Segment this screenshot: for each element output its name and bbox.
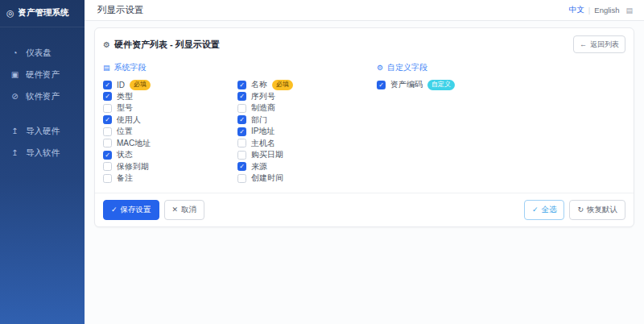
select-all-button[interactable]: ✓ 全选: [524, 200, 565, 220]
field-row-创建时间[interactable]: 创建时间: [237, 172, 377, 185]
sidebar-item-hardware-assets[interactable]: ▣硬件资产: [0, 64, 85, 85]
gear-icon: ⚙: [103, 40, 110, 49]
column-settings-card: ⚙ 硬件资产列表 - 列显示设置 ← 返回列表 ▤ 系统字段 ✓ID必: [94, 27, 634, 227]
field-row-制造商[interactable]: 制造商: [237, 102, 377, 114]
field-row-保修到期[interactable]: 保修到期: [103, 161, 237, 173]
field-label: 主机名: [251, 138, 275, 149]
checkbox[interactable]: [103, 139, 112, 147]
checkbox[interactable]: ✓: [237, 92, 246, 101]
field-row-序列号[interactable]: ✓序列号: [237, 91, 377, 103]
required-badge: 必填: [130, 80, 151, 90]
checkbox[interactable]: ✓: [237, 127, 246, 136]
field-label: 名称: [251, 79, 267, 90]
system-fields-header: ▤ 系统字段: [103, 61, 237, 74]
field-row-使用人[interactable]: ✓使用人: [103, 114, 237, 127]
field-row-主机名[interactable]: 主机名: [237, 138, 377, 150]
field-label: ID: [117, 81, 125, 89]
checkbox[interactable]: [103, 174, 112, 183]
back-to-list-button[interactable]: ← 返回列表: [573, 35, 625, 53]
field-label: 部门: [251, 114, 267, 126]
app-title: 资产管理系统: [19, 7, 69, 19]
app-logo: ◎ 资产管理系统: [0, 0, 85, 27]
page-title: 列显示设置: [97, 4, 144, 16]
field-row-MAC地址[interactable]: MAC地址: [103, 138, 237, 150]
checkbox[interactable]: [237, 139, 246, 147]
header-extra-icon[interactable]: ▤: [625, 6, 633, 15]
checkbox[interactable]: [237, 174, 246, 183]
field-row-备注[interactable]: 备注: [103, 172, 237, 185]
field-label: 制造商: [251, 102, 275, 114]
cancel-button[interactable]: ✕ 取消: [164, 200, 205, 220]
checkbox[interactable]: [103, 104, 112, 113]
field-label: 型号: [117, 102, 133, 114]
field-row-来源[interactable]: ✓来源: [237, 161, 377, 173]
field-label: 状态: [117, 149, 133, 160]
field-label: 位置: [117, 126, 133, 137]
sidebar-item-dashboard[interactable]: ◔仪表盘: [0, 42, 85, 64]
software-icon: ⊘: [10, 92, 19, 101]
back-arrow-icon: ←: [580, 40, 587, 48]
checkbox[interactable]: ✓: [103, 81, 112, 89]
custom-fields-column: ⚙ 自定义字段 ✓资产编码自定义: [377, 61, 625, 185]
field-label: IP地址: [251, 126, 275, 137]
sidebar-nav: ◔仪表盘▣硬件资产⊘软件资产↥导入硬件↥导入软件: [0, 27, 85, 164]
logo-icon: ◎: [6, 8, 14, 19]
field-row-ID[interactable]: ✓ID必填: [103, 79, 237, 91]
sidebar: ◎ 资产管理系统 ◔仪表盘▣硬件资产⊘软件资产↥导入硬件↥导入软件: [0, 0, 85, 324]
sidebar-item-software-assets[interactable]: ⊘软件资产: [0, 85, 85, 107]
checkbox[interactable]: [103, 127, 112, 136]
field-label: 类型: [117, 91, 133, 102]
card-footer: ✓ 保存设置 ✕ 取消 ✓ 全选: [95, 193, 634, 226]
field-row-部门[interactable]: ✓部门: [237, 114, 377, 127]
sidebar-item-label: 导入软件: [26, 147, 60, 159]
save-settings-button[interactable]: ✓ 保存设置: [103, 200, 159, 220]
check-icon: ✓: [532, 206, 539, 214]
field-label: 购买日期: [251, 149, 283, 160]
sidebar-item-label: 硬件资产: [26, 69, 60, 81]
refresh-icon: ↻: [577, 206, 584, 214]
import-hardware-icon: ↥: [10, 127, 19, 135]
fields-grid: ▤ 系统字段 ✓ID必填✓类型型号✓使用人位置MAC地址✓状态保修到期备注 ✓名…: [95, 58, 634, 193]
checkbox[interactable]: ✓: [103, 151, 112, 160]
card-title: ⚙ 硬件资产列表 - 列显示设置: [103, 39, 220, 51]
required-badge: 必填: [272, 80, 293, 90]
checkbox[interactable]: [103, 162, 112, 171]
field-row-IP地址[interactable]: ✓IP地址: [237, 126, 377, 138]
sidebar-item-import-software[interactable]: ↥导入软件: [0, 142, 85, 164]
field-label: 资产编码: [390, 79, 423, 90]
lang-zh-link[interactable]: 中文: [569, 5, 584, 15]
close-icon: ✕: [172, 206, 179, 214]
checkbox[interactable]: [237, 104, 246, 113]
app-window: ◎ 资产管理系统 ◔仪表盘▣硬件资产⊘软件资产↥导入硬件↥导入软件 列显示设置 …: [0, 0, 644, 324]
field-row-购买日期[interactable]: 购买日期: [237, 149, 377, 161]
checkbox[interactable]: [237, 151, 246, 160]
field-row-名称[interactable]: ✓名称必填: [237, 79, 377, 91]
custom-badge: 自定义: [427, 80, 455, 90]
sidebar-item-label: 导入硬件: [26, 126, 60, 137]
field-label: 来源: [251, 161, 267, 172]
system-fields-column-1: ▤ 系统字段 ✓ID必填✓类型型号✓使用人位置MAC地址✓状态保修到期备注: [103, 61, 237, 185]
sidebar-item-import-hardware[interactable]: ↥导入硬件: [0, 120, 85, 142]
checkbox[interactable]: ✓: [103, 115, 112, 124]
field-row-型号[interactable]: 型号: [103, 102, 237, 114]
field-row-位置[interactable]: 位置: [103, 126, 237, 138]
field-label: 使用人: [117, 114, 141, 126]
field-row-状态[interactable]: ✓状态: [103, 149, 237, 161]
restore-default-button[interactable]: ↻ 恢复默认: [569, 200, 625, 220]
field-row-类型[interactable]: ✓类型: [103, 91, 237, 103]
checkbox[interactable]: ✓: [237, 81, 246, 89]
sidebar-item-label: 仪表盘: [26, 48, 52, 59]
field-row-资产编码[interactable]: ✓资产编码自定义: [377, 79, 625, 91]
checkbox[interactable]: ✓: [237, 162, 246, 171]
field-label: 备注: [117, 172, 133, 184]
lang-en-link[interactable]: English: [594, 6, 619, 15]
main-area: 列显示设置 中文 | English ▤ ⚙ 硬件资产列表 - 列显示设置 ← …: [85, 0, 644, 324]
field-label: 保修到期: [117, 161, 149, 172]
checkbox[interactable]: ✓: [103, 92, 112, 101]
checkbox[interactable]: ✓: [237, 115, 246, 124]
custom-fields-header: ⚙ 自定义字段: [377, 61, 625, 74]
field-label: 创建时间: [251, 172, 283, 184]
checkbox[interactable]: ✓: [377, 81, 386, 89]
list-icon: ▤: [103, 64, 110, 72]
field-label: 序列号: [251, 91, 275, 102]
